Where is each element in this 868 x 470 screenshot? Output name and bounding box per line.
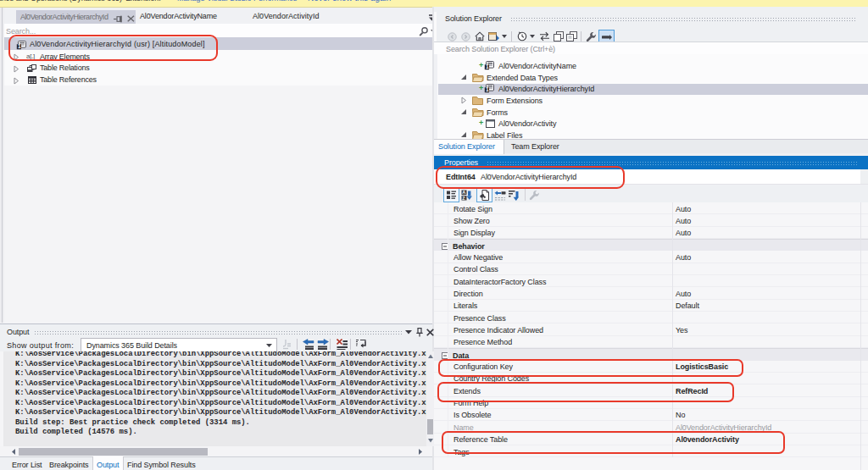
svg-text:1: 1 (486, 86, 489, 92)
svg-text:A: A (462, 190, 465, 195)
svg-text:1: 1 (486, 64, 489, 69)
